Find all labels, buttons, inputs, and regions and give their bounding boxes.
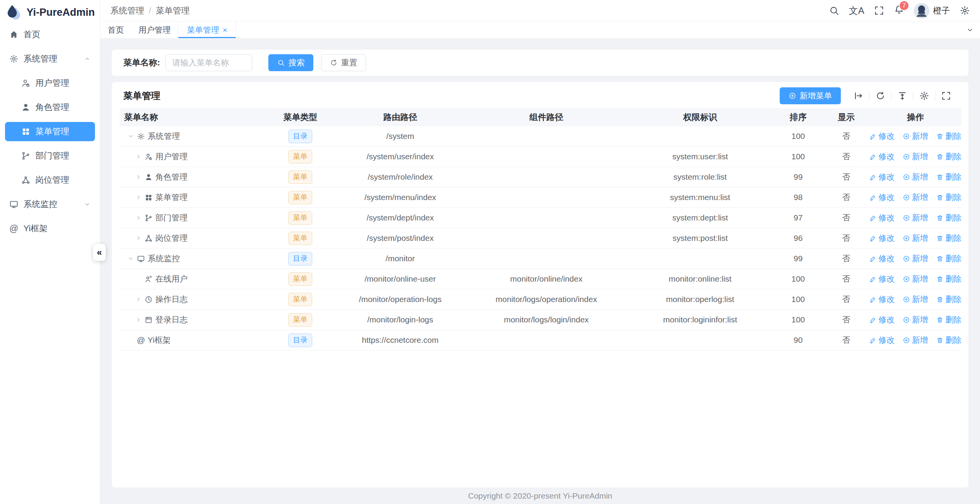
op-plus-circle-link[interactable]: 新增 — [903, 212, 928, 223]
op-trash-link[interactable]: 删除 — [936, 172, 962, 182]
op-plus-circle-link[interactable]: 新增 — [903, 274, 928, 284]
cell-component — [466, 228, 627, 249]
op-edit-link[interactable]: 修改 — [869, 335, 895, 345]
op-plus-circle-link[interactable]: 新增 — [903, 253, 928, 264]
column-header-排序: 排序 — [773, 108, 823, 126]
tab-菜单管理[interactable]: 菜单管理× — [178, 22, 236, 38]
op-edit-link[interactable]: 修改 — [869, 233, 895, 244]
op-trash-link[interactable]: 删除 — [936, 233, 962, 244]
cell-name: 用户管理 — [120, 147, 266, 167]
op-trash-link[interactable]: 删除 — [936, 151, 962, 162]
expand-row-icon[interactable] — [135, 316, 142, 323]
op-label: 新增 — [912, 253, 928, 264]
op-trash-link[interactable]: 删除 — [936, 253, 962, 264]
op-trash-link[interactable]: 删除 — [936, 335, 962, 345]
translate-icon[interactable]: 文A — [849, 5, 864, 17]
expand-row-icon[interactable] — [135, 153, 142, 160]
sidebar-item-branch[interactable]: 部门管理 — [5, 146, 95, 165]
sidebar-item-user-filled[interactable]: 角色管理 — [5, 98, 95, 117]
refresh-icon[interactable] — [875, 91, 885, 101]
search-icon[interactable] — [829, 5, 839, 16]
op-trash-link[interactable]: 删除 — [936, 131, 962, 142]
tabs-more-button[interactable] — [960, 22, 980, 38]
op-label: 删除 — [945, 335, 962, 345]
expand-row-icon[interactable] — [135, 174, 142, 180]
sidebar-item-grid[interactable]: 菜单管理 — [5, 122, 95, 141]
op-trash-link[interactable]: 删除 — [936, 294, 962, 305]
grid-icon — [21, 127, 30, 136]
menu-name: 岗位管理 — [155, 233, 188, 244]
menu-type-tag: 菜单 — [288, 232, 312, 245]
settings-gear-icon[interactable] — [960, 5, 970, 16]
table-row: 在线用户菜单/monitor/online-usermonitor/online… — [120, 269, 962, 289]
sidebar-item-monitor[interactable]: 系统监控 — [5, 195, 95, 214]
breadcrumb-item[interactable]: 系统管理 — [110, 5, 144, 17]
density-icon[interactable] — [897, 91, 907, 101]
gear-icon[interactable] — [919, 91, 929, 101]
op-trash-link[interactable]: 删除 — [936, 212, 962, 223]
op-trash-link[interactable]: 删除 — [936, 274, 962, 284]
cell-permission: system:role:list — [627, 167, 773, 187]
op-plus-circle-link[interactable]: 新增 — [903, 192, 928, 203]
close-tab-icon[interactable]: × — [223, 26, 227, 34]
search-button[interactable]: 搜索 — [268, 54, 313, 71]
sidebar-item-user[interactable]: 用户管理 — [5, 73, 95, 93]
notification-bell[interactable]: 7 — [894, 5, 904, 17]
user-menu[interactable]: 橙子 — [914, 3, 950, 18]
expand-row-icon[interactable] — [135, 296, 142, 303]
tab-首页[interactable]: 首页 — [100, 22, 131, 38]
expand-icon[interactable] — [854, 91, 864, 101]
sidebar-item-at[interactable]: @Yi框架 — [5, 219, 95, 238]
collapse-row-icon[interactable] — [127, 255, 134, 262]
op-label: 删除 — [945, 212, 962, 223]
op-edit-link[interactable]: 修改 — [869, 274, 895, 284]
tabbar: 首页用户管理菜单管理× — [100, 22, 980, 38]
table-card: 菜单管理 新增菜单 菜单名称菜单类型路由路径组件路径权限标识排序显示操作 系统管… — [112, 82, 968, 487]
expand-row-icon[interactable] — [135, 214, 142, 221]
op-plus-circle-link[interactable]: 新增 — [903, 151, 928, 162]
fullscreen-icon[interactable] — [941, 91, 951, 101]
op-plus-circle-link[interactable]: 新增 — [903, 233, 928, 244]
sidebar-item-gear[interactable]: 系统管理 — [5, 49, 95, 68]
add-menu-button[interactable]: 新增菜单 — [780, 87, 841, 104]
sidebar-item-nodes[interactable]: 岗位管理 — [5, 170, 95, 190]
op-trash-link[interactable]: 删除 — [936, 314, 962, 325]
collapse-row-icon[interactable] — [127, 133, 134, 140]
op-plus-circle-link[interactable]: 新增 — [903, 131, 928, 142]
op-plus-circle-link[interactable]: 新增 — [903, 314, 928, 325]
cell-type: 菜单 — [266, 289, 335, 310]
op-plus-circle-link[interactable]: 新增 — [903, 335, 928, 345]
sidebar-item-label: 系统监控 — [23, 199, 57, 210]
tab-用户管理[interactable]: 用户管理 — [131, 22, 178, 38]
at-icon: @ — [9, 224, 18, 233]
expand-row-icon[interactable] — [135, 194, 142, 201]
sidebar-item-home[interactable]: 首页 — [5, 25, 95, 44]
sidebar-item-label: 部门管理 — [35, 150, 69, 162]
op-edit-link[interactable]: 修改 — [869, 314, 895, 325]
op-plus-circle-link[interactable]: 新增 — [903, 172, 928, 182]
chev-down-icon — [84, 201, 91, 208]
op-edit-link[interactable]: 修改 — [869, 172, 895, 182]
op-edit-link[interactable]: 修改 — [869, 294, 895, 305]
op-edit-link[interactable]: 修改 — [869, 253, 895, 264]
op-edit-link[interactable]: 修改 — [869, 192, 895, 203]
cell-operations: 修改新增删除 — [869, 167, 962, 187]
op-edit-link[interactable]: 修改 — [869, 131, 895, 142]
expand-row-icon[interactable] — [135, 235, 142, 242]
op-trash-link[interactable]: 删除 — [936, 192, 962, 203]
op-label: 删除 — [945, 172, 962, 182]
branch-icon — [21, 151, 30, 160]
cell-operations: 修改新增删除 — [869, 310, 962, 330]
op-label: 修改 — [879, 192, 895, 203]
reset-button[interactable]: 重置 — [321, 54, 366, 71]
op-plus-circle-link[interactable]: 新增 — [903, 294, 928, 305]
gear-icon — [9, 54, 18, 63]
fullscreen-icon[interactable] — [874, 5, 884, 16]
menu-type-tag: 目录 — [288, 334, 312, 347]
op-edit-link[interactable]: 修改 — [869, 151, 895, 162]
menu-type-tag: 菜单 — [288, 211, 312, 225]
cell-permission — [627, 249, 773, 269]
menu-name-input[interactable] — [165, 54, 252, 71]
op-edit-link[interactable]: 修改 — [869, 212, 895, 223]
sidebar-collapse-button[interactable]: « — [93, 244, 106, 261]
